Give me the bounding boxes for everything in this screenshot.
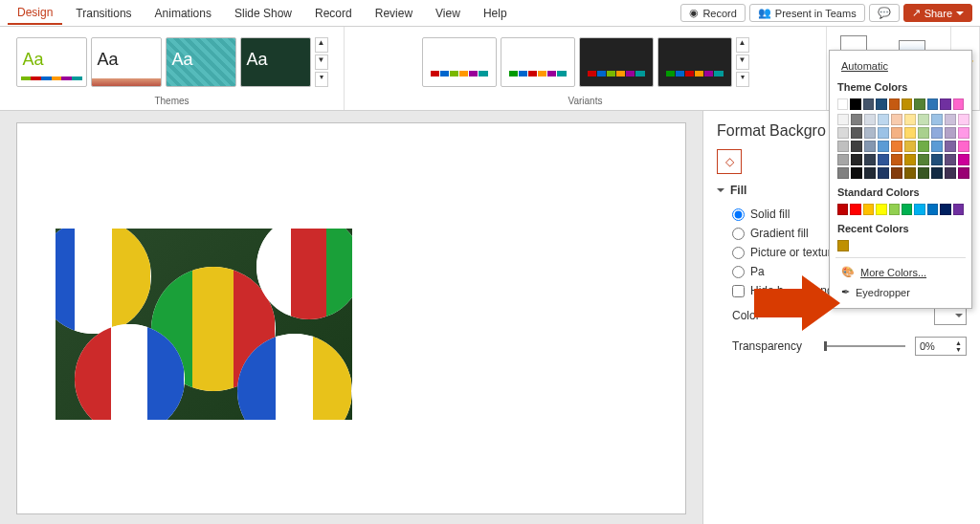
theme-thumb-1[interactable]: Aa [16, 37, 87, 87]
color-swatch[interactable] [945, 127, 956, 139]
tab-design[interactable]: Design [8, 2, 62, 25]
transparency-slider[interactable] [824, 345, 905, 347]
color-swatch[interactable] [878, 167, 889, 179]
color-swatch[interactable] [891, 114, 902, 125]
color-swatch[interactable] [945, 114, 956, 125]
color-swatch[interactable] [958, 167, 969, 179]
variant-1[interactable] [422, 37, 497, 87]
color-swatch[interactable] [958, 141, 969, 152]
color-swatch[interactable] [850, 204, 860, 215]
color-swatch[interactable] [837, 98, 848, 110]
fill-category-icon[interactable]: ◇ [717, 149, 742, 174]
color-swatch[interactable] [931, 141, 943, 152]
color-swatch[interactable] [945, 167, 956, 179]
present-teams-button[interactable]: 👥Present in Teams [749, 4, 865, 22]
color-swatch[interactable] [904, 114, 916, 125]
color-swatch[interactable] [914, 98, 924, 110]
color-swatch[interactable] [914, 204, 924, 215]
color-swatch[interactable] [878, 127, 889, 139]
color-swatch[interactable] [958, 114, 969, 125]
variants-more[interactable]: ▾ [736, 72, 749, 87]
color-swatch[interactable] [876, 98, 886, 110]
color-swatch[interactable] [927, 98, 938, 110]
color-swatch[interactable] [891, 154, 902, 165]
color-swatch[interactable] [945, 141, 956, 152]
themes-scroll-up[interactable]: ▲ [315, 37, 328, 53]
color-swatch[interactable] [864, 127, 876, 139]
color-swatch[interactable] [918, 167, 929, 179]
color-swatch[interactable] [940, 98, 950, 110]
color-swatch[interactable] [837, 204, 848, 215]
color-swatch[interactable] [863, 204, 874, 215]
variant-3[interactable] [579, 37, 654, 87]
variant-2[interactable] [501, 37, 575, 87]
color-swatch[interactable] [931, 114, 943, 125]
tab-animations[interactable]: Animations [145, 3, 221, 24]
color-swatch[interactable] [904, 141, 916, 152]
color-picker-button[interactable] [934, 306, 967, 325]
color-swatch[interactable] [837, 240, 849, 251]
color-swatch[interactable] [931, 127, 943, 139]
variant-4[interactable] [657, 37, 732, 87]
color-swatch[interactable] [864, 167, 876, 179]
color-swatch[interactable] [927, 204, 938, 215]
transparency-spinner[interactable]: 0%▲▼ [915, 337, 967, 356]
color-swatch[interactable] [837, 154, 849, 165]
automatic-color[interactable]: Automatic [835, 56, 966, 76]
color-swatch[interactable] [904, 127, 916, 139]
tab-transitions[interactable]: Transitions [66, 3, 141, 24]
color-swatch[interactable] [837, 167, 849, 179]
color-swatch[interactable] [837, 141, 849, 152]
color-swatch[interactable] [958, 154, 969, 165]
color-swatch[interactable] [953, 204, 964, 215]
color-swatch[interactable] [851, 127, 862, 139]
color-swatch[interactable] [931, 154, 943, 165]
color-swatch[interactable] [837, 127, 849, 139]
slide[interactable] [16, 122, 686, 514]
color-swatch[interactable] [918, 114, 929, 125]
color-swatch[interactable] [958, 127, 969, 139]
variants-scroll-down[interactable]: ▼ [736, 55, 749, 70]
color-swatch[interactable] [904, 167, 916, 179]
color-swatch[interactable] [837, 114, 849, 125]
slide-image[interactable] [56, 229, 352, 420]
tab-view[interactable]: View [426, 3, 470, 24]
color-swatch[interactable] [891, 141, 902, 152]
color-swatch[interactable] [953, 98, 964, 110]
color-swatch[interactable] [891, 167, 902, 179]
themes-more[interactable]: ▾ [315, 72, 328, 87]
theme-thumb-3[interactable]: Aa [166, 37, 236, 87]
themes-scroll-down[interactable]: ▼ [315, 55, 328, 70]
color-swatch[interactable] [945, 154, 956, 165]
tab-slideshow[interactable]: Slide Show [225, 3, 301, 24]
color-swatch[interactable] [889, 204, 900, 215]
record-button[interactable]: ◉Record [680, 4, 745, 22]
color-swatch[interactable] [851, 114, 862, 125]
variants-scroll-up[interactable]: ▲ [736, 37, 749, 53]
color-swatch[interactable] [864, 141, 876, 152]
more-colors[interactable]: 🎨More Colors... [835, 262, 966, 282]
color-swatch[interactable] [850, 98, 860, 110]
color-swatch[interactable] [878, 114, 889, 125]
color-swatch[interactable] [851, 167, 862, 179]
color-swatch[interactable] [902, 204, 912, 215]
color-swatch[interactable] [904, 154, 916, 165]
color-swatch[interactable] [918, 154, 929, 165]
color-swatch[interactable] [863, 98, 874, 110]
color-swatch[interactable] [918, 141, 929, 152]
theme-thumb-2[interactable]: Aa [91, 37, 162, 87]
color-swatch[interactable] [864, 114, 876, 125]
tab-help[interactable]: Help [474, 3, 517, 24]
color-swatch[interactable] [878, 154, 889, 165]
color-swatch[interactable] [878, 141, 889, 152]
tab-record[interactable]: Record [305, 3, 362, 24]
color-swatch[interactable] [902, 98, 912, 110]
color-swatch[interactable] [891, 127, 902, 139]
color-swatch[interactable] [889, 98, 900, 110]
color-swatch[interactable] [918, 127, 929, 139]
theme-thumb-4[interactable]: Aa [240, 37, 311, 87]
tab-review[interactable]: Review [366, 3, 422, 24]
color-swatch[interactable] [876, 204, 886, 215]
eyedropper[interactable]: ✒Eyedropper [835, 282, 966, 302]
color-swatch[interactable] [851, 154, 862, 165]
